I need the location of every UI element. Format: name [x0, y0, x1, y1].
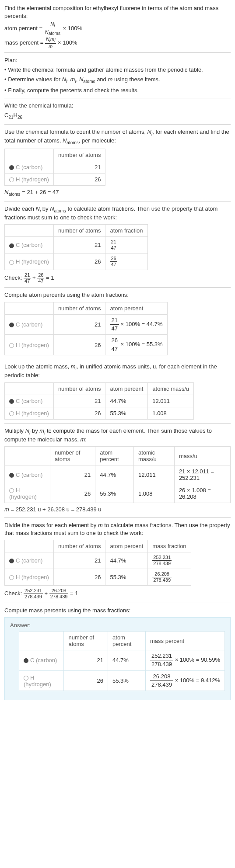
step3-text: Divide each Ni by Natoms to calculate at…: [4, 205, 231, 222]
step3-check: Check: 2147 + 2647 = 1: [4, 273, 231, 284]
hydrogen-swatch-icon: [24, 676, 28, 681]
table-row: H (hydrogen) 26 55.3% 1.008 26 × 1.008 =…: [5, 484, 231, 503]
hydrogen-swatch-icon: [9, 260, 14, 265]
hydrogen-swatch-icon: [9, 575, 14, 580]
answer-table: number of atoms atom percent mass percen…: [19, 631, 225, 691]
step7-table: number of atoms atom percent mass fracti…: [4, 540, 191, 586]
intro-text: Find the elemental composition for ethyl…: [4, 4, 231, 20]
table-row: H (hydrogen) 26 55.3% 26.208278.439: [5, 569, 191, 585]
plan-bullet-3: • Finally, compute the percents and chec…: [4, 87, 231, 94]
divider: [4, 517, 231, 518]
table-header: number of atoms atom percent mass percen…: [19, 632, 225, 650]
table-header: number of atoms atom percent mass fracti…: [5, 540, 191, 552]
table-row: H (hydrogen) 26 55.3% 26.208278.439 × 10…: [19, 670, 225, 691]
atom-percent-label: atom percent =: [4, 25, 42, 32]
divider: [4, 423, 231, 424]
plan-heading: Plan:: [4, 56, 231, 64]
table-header: number of atoms atom percent atomic mass…: [5, 382, 194, 395]
table-row: C (carbon) 21 44.7% 12.011: [5, 395, 194, 407]
divider: [4, 98, 231, 98]
table-header: number of atoms: [5, 149, 105, 161]
divider: [4, 359, 231, 359]
hydrogen-swatch-icon: [9, 343, 14, 348]
carbon-swatch-icon: [9, 165, 14, 170]
carbon-swatch-icon: [9, 323, 14, 327]
step4-table: number of atoms atom percent C (carbon) …: [4, 302, 168, 355]
answer-label: Answer:: [10, 622, 225, 628]
divider: [4, 52, 231, 53]
divider: [4, 124, 231, 125]
step6-sum: m = 252.231 u + 26.208 u = 278.439 u: [4, 506, 231, 514]
document-body: Find the elemental composition for ethyl…: [0, 0, 235, 703]
times-100: × 100%: [63, 25, 82, 32]
carbon-swatch-icon: [9, 559, 14, 563]
step7-check: Check: 252.231278.439 + 26.208278.439 = …: [4, 588, 231, 599]
table-row: H (hydrogen) 26 2647: [5, 253, 148, 270]
table-row: C (carbon) 21 2147 × 100% = 44.7%: [5, 314, 168, 335]
divider: [4, 287, 231, 288]
step7-text: Divide the mass for each element by m to…: [4, 521, 231, 537]
hydrogen-swatch-icon: [9, 177, 14, 182]
table-header: number of atoms atom percent atomic mass…: [5, 447, 231, 465]
atom-percent-formula: atom percent = Ni Natoms × 100%: [4, 22, 231, 35]
table-header: number of atoms atom fraction: [5, 225, 148, 237]
step5-text: Look up the atomic mass, mi, in unified …: [4, 363, 231, 380]
mass-percent-label: mass percent =: [4, 39, 43, 45]
table-row: C (carbon) 21 44.7% 252.231278.439: [5, 552, 191, 569]
answer-box: Answer: number of atoms atom percent mas…: [4, 617, 231, 700]
step6-text: Multiply Ni by mi to compute the mass fo…: [4, 427, 231, 444]
step6-table: number of atoms atom percent atomic mass…: [4, 446, 231, 503]
col-atoms: number of atoms: [53, 149, 105, 161]
step2-table: number of atoms C (carbon) 21 H (hydroge…: [4, 149, 105, 186]
hydrogen-swatch-icon: [9, 488, 14, 493]
table-row: C (carbon) 21 44.7% 12.011 21 × 12.011 =…: [5, 465, 231, 484]
carbon-swatch-icon: [24, 658, 28, 663]
divider: [4, 201, 231, 201]
table-row: H (hydrogen) 26 2647 × 100% = 55.3%: [5, 335, 168, 355]
hydrogen-swatch-icon: [9, 411, 14, 416]
table-header: number of atoms atom percent: [5, 302, 168, 314]
mass-percent-formula: mass percent = Nimi m × 100%: [4, 37, 231, 49]
step1-heading: Write the chemical formula:: [4, 102, 231, 110]
step2-sum: Natoms = 21 + 26 = 47: [4, 188, 231, 198]
carbon-swatch-icon: [9, 243, 14, 248]
table-row: H (hydrogen) 26: [5, 174, 105, 186]
plan-bullet-2: • Determine values for Ni, mi, Natoms an…: [4, 76, 231, 85]
table-row: H (hydrogen) 26 55.3% 1.008: [5, 407, 194, 419]
divider: [4, 603, 231, 603]
times-100-2: × 100%: [58, 39, 77, 45]
table-row: C (carbon) 21 44.7% 252.231278.439 × 100…: [19, 650, 225, 671]
step3-table: number of atoms atom fraction C (carbon)…: [4, 224, 148, 270]
step5-table: number of atoms atom percent atomic mass…: [4, 382, 194, 420]
carbon-swatch-icon: [9, 399, 14, 404]
plan-bullet-1: • Write the chemical formula and gather …: [4, 66, 231, 74]
carbon-swatch-icon: [9, 473, 14, 478]
chemical-formula: C21H26: [4, 111, 231, 121]
table-row: C (carbon) 21: [5, 161, 105, 174]
step8-heading: Compute mass percents using the mass fra…: [4, 607, 231, 615]
step2-text: Use the chemical formula to count the nu…: [4, 128, 231, 146]
step4-heading: Compute atom percents using the atom fra…: [4, 291, 231, 299]
table-row: C (carbon) 21 2147: [5, 237, 148, 253]
